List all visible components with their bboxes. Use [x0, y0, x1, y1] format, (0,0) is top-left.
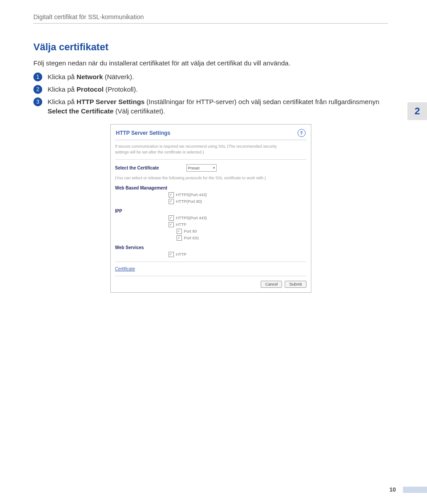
certificate-link[interactable]: Certificate	[115, 266, 306, 271]
wbm-https-option[interactable]: ✓ HTTPS(Port 443)	[169, 192, 306, 198]
checkbox-icon: ✓	[169, 192, 174, 198]
ws-http-text: HTTP	[176, 252, 187, 257]
ipp-port631-text: Port 631	[184, 236, 199, 240]
settings-panel: HTTP Server Settings ? If secure communi…	[110, 124, 311, 293]
panel-title: HTTP Server Settings	[116, 130, 170, 136]
intro-text: Följ stegen nedan när du installerat cer…	[33, 59, 388, 67]
step-2-pre: Klicka på	[48, 85, 77, 93]
panel-note-1a: If secure communication is required we r…	[115, 144, 277, 149]
step-3-mid: (Inställningar för HTTP-server) och välj…	[145, 98, 379, 105]
ipp-port80-option[interactable]: ✓ Port 80	[169, 229, 306, 234]
chapter-tab: 2	[407, 102, 427, 120]
step-3-bold2: Select the Certificate	[48, 107, 113, 115]
step-3-post: (Välj certifikatet).	[113, 107, 165, 115]
checkbox-icon: ✓	[177, 235, 182, 241]
wbm-https-text: HTTPS(Port 443)	[176, 193, 207, 197]
ipp-https-option[interactable]: ✓ HTTPS(Port 443)	[169, 215, 306, 221]
step-3-pre: Klicka på	[48, 98, 77, 105]
step-3: 3 Klicka på HTTP Server Settings (Instäl…	[33, 97, 388, 117]
step-1-pre: Klicka på	[48, 73, 77, 81]
step-3-number: 3	[33, 97, 42, 106]
cancel-button[interactable]: Cancel	[261, 281, 282, 288]
checkbox-icon: ✓	[177, 229, 182, 234]
panel-note-1: If secure communication is required we r…	[115, 144, 306, 155]
chevron-down-icon: ▾	[213, 166, 215, 170]
checkbox-icon: ✓	[169, 199, 174, 204]
step-1-text: Klicka på Network (Nätverk).	[48, 72, 134, 82]
step-2-post: (Protokoll).	[104, 85, 138, 93]
page-accent-bar	[403, 487, 427, 493]
checkbox-icon: ✓	[169, 252, 174, 257]
ipp-port631-option[interactable]: ✓ Port 631	[169, 235, 306, 241]
ws-http-option[interactable]: ✓ HTTP	[169, 252, 306, 257]
ipp-port80-text: Port 80	[184, 229, 197, 234]
step-3-text: Klicka på HTTP Server Settings (Inställn…	[48, 97, 388, 117]
step-3-bold: HTTP Server Settings	[77, 98, 145, 105]
step-1-post: (Nätverk).	[103, 73, 134, 81]
panel-note-2: (You can select or release the following…	[115, 175, 306, 181]
help-icon[interactable]: ?	[298, 129, 306, 137]
ipp-https-text: HTTPS(Port 443)	[176, 216, 207, 220]
select-certificate-dropdown[interactable]: Preset ▾	[186, 164, 217, 172]
wbm-http-option[interactable]: ✓ HTTP(Port 80)	[169, 199, 306, 204]
step-2: 2 Klicka på Protocol (Protokoll).	[33, 85, 388, 94]
step-1-bold: Network	[77, 73, 103, 81]
page-number: 10	[390, 486, 396, 493]
web-services-label: Web Services	[115, 245, 306, 250]
step-2-number: 2	[33, 85, 42, 94]
select-certificate-row: Select the Certificate Preset ▾	[115, 164, 306, 172]
step-2-bold: Protocol	[77, 85, 104, 93]
wbm-http-text: HTTP(Port 80)	[176, 199, 202, 204]
ipp-http-option[interactable]: ✓ HTTP	[169, 222, 306, 227]
select-certificate-value: Preset	[188, 166, 200, 170]
panel-note-1b: settings will be set after the certifica…	[115, 150, 204, 154]
checkbox-icon: ✓	[169, 215, 174, 221]
section-title: Välja certifikatet	[33, 41, 388, 53]
submit-button[interactable]: Submit	[285, 281, 306, 288]
document-header: Digitalt certifikat för SSL-kommunikatio…	[33, 13, 388, 24]
checkbox-icon: ✓	[169, 222, 174, 227]
select-certificate-label: Select the Certificate	[115, 165, 186, 170]
web-based-management-label: Web Based Management	[115, 185, 306, 190]
step-1: 1 Klicka på Network (Nätverk).	[33, 72, 388, 82]
ipp-http-text: HTTP	[176, 222, 187, 227]
step-2-text: Klicka på Protocol (Protokoll).	[48, 85, 138, 94]
ipp-label: IPP	[115, 209, 306, 214]
step-1-number: 1	[33, 73, 42, 81]
